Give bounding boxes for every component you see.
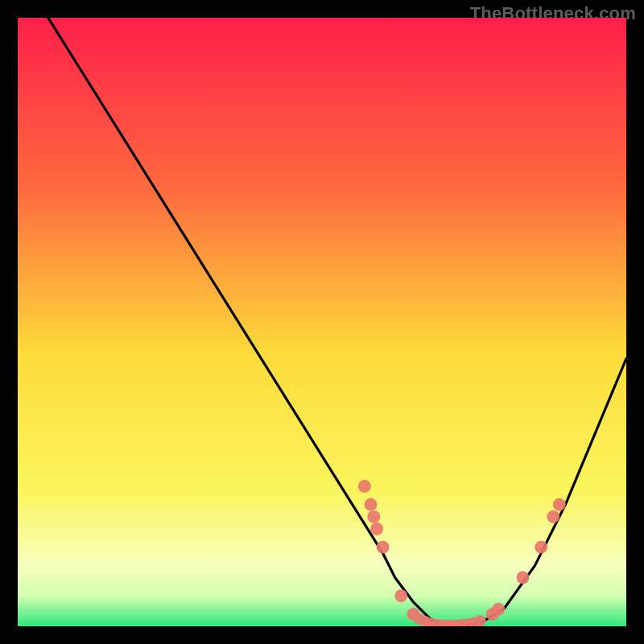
- curve-marker: [547, 510, 559, 523]
- curve-marker: [358, 480, 371, 493]
- chart-frame: [18, 18, 626, 626]
- curve-marker: [365, 498, 378, 511]
- gradient-background: [18, 18, 626, 626]
- curve-marker: [367, 510, 380, 523]
- curve-marker: [394, 589, 407, 602]
- bottleneck-chart: [18, 18, 626, 626]
- curve-marker: [475, 615, 486, 626]
- curve-marker: [370, 522, 383, 535]
- curve-marker: [553, 498, 566, 511]
- curve-marker: [517, 572, 530, 584]
- curve-marker: [377, 541, 390, 554]
- curve-marker: [492, 603, 505, 616]
- curve-marker: [535, 541, 547, 554]
